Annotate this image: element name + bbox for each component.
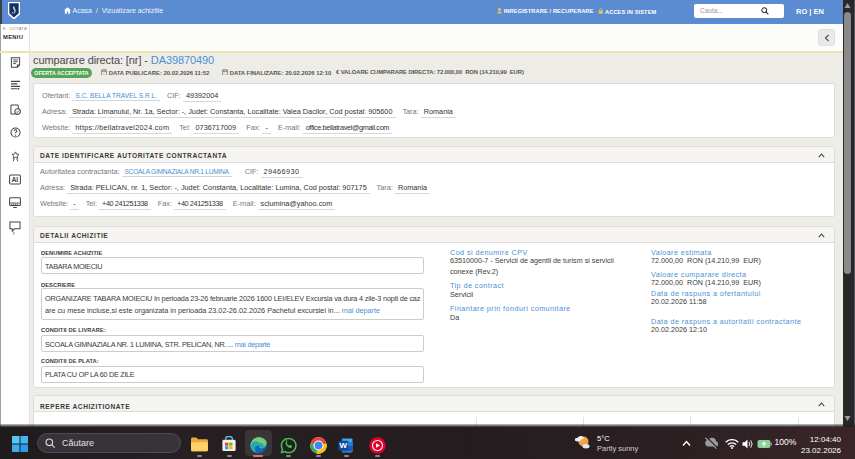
svg-text:W: W bbox=[339, 441, 347, 450]
svg-text:AI: AI bbox=[11, 176, 18, 183]
